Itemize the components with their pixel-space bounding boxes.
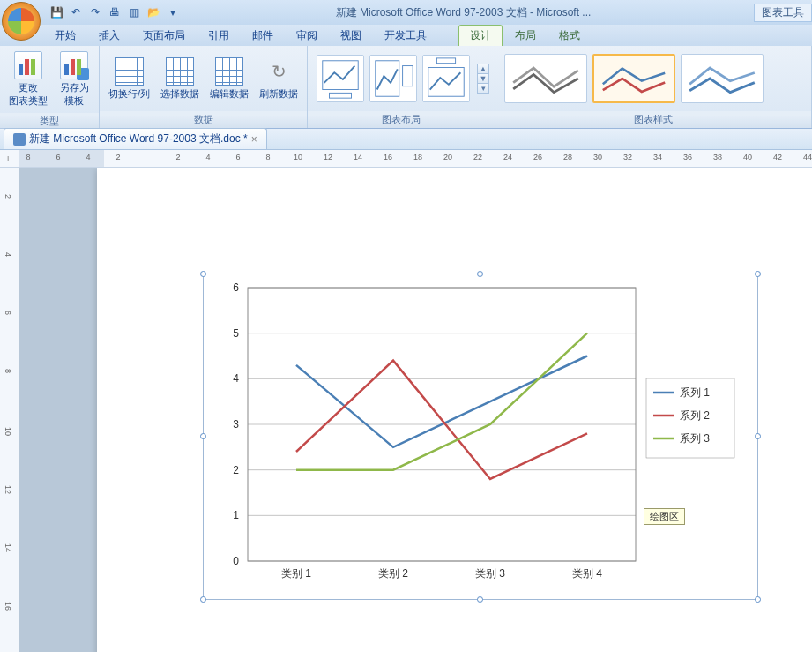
tab-chart-layout[interactable]: 布局 xyxy=(504,26,547,46)
edit-data-label: 编辑数据 xyxy=(210,87,249,101)
redo-icon[interactable]: ↷ xyxy=(88,5,102,19)
edit-data-button[interactable]: 编辑数据 xyxy=(206,56,252,102)
svg-text:3: 3 xyxy=(233,418,239,431)
ribbon: 更改 图表类型 另存为 模板 类型 切换行/列 选择数据 编辑数据 xyxy=(0,46,812,129)
print-icon[interactable]: 🖶 xyxy=(108,5,122,19)
save-as-template-label: 另存为 模板 xyxy=(60,81,89,108)
svg-rect-3 xyxy=(403,66,413,86)
tab-references[interactable]: 引用 xyxy=(197,26,240,46)
tab-home[interactable]: 开始 xyxy=(44,26,86,46)
save-as-template-button[interactable]: 另存为 模板 xyxy=(55,49,93,109)
tab-pagelayout[interactable]: 页面布局 xyxy=(132,26,196,46)
chart-object[interactable]: 0123456类别 1类别 2类别 3类别 4系列 1系列 2系列 3 绘图区 xyxy=(203,274,758,600)
title-bar: 💾 ↶ ↷ 🖶 ▥ 📂 ▾ 新建 Microsoft Office Word 9… xyxy=(0,0,812,25)
svg-rect-1 xyxy=(330,93,352,98)
layout-scroll-down[interactable]: ▼ xyxy=(478,74,488,84)
refresh-icon xyxy=(264,57,293,86)
svg-text:系列 1: 系列 1 xyxy=(680,386,710,399)
open-icon[interactable]: 📂 xyxy=(146,5,160,19)
refresh-data-button[interactable]: 刷新数据 xyxy=(256,56,302,102)
resize-handle-bl[interactable] xyxy=(200,596,206,603)
document-tab[interactable]: 新建 Microsoft Office Word 97-2003 文档.doc … xyxy=(4,128,267,149)
chart-style-3[interactable] xyxy=(681,54,764,103)
chart-style-1[interactable] xyxy=(504,54,587,103)
ribbon-tabs: 开始 插入 页面布局 引用 邮件 审阅 视图 开发工具 设计 布局 格式 xyxy=(0,25,812,46)
chart-layout-1[interactable] xyxy=(317,55,364,102)
new-icon[interactable]: ▥ xyxy=(127,5,141,19)
ruler-corner[interactable]: L xyxy=(0,150,19,167)
chart-type-icon xyxy=(14,51,42,79)
select-data-button[interactable]: 选择数据 xyxy=(157,56,203,102)
svg-text:2: 2 xyxy=(233,464,239,476)
office-button[interactable] xyxy=(2,2,41,41)
horizontal-ruler-row: L 86422468101214161820222426283032343638… xyxy=(0,150,812,168)
horizontal-ruler[interactable]: 8642246810121416182022242628303234363840… xyxy=(19,150,812,167)
resize-handle-tr[interactable] xyxy=(755,271,761,277)
ribbon-group-data: 切换行/列 选择数据 编辑数据 刷新数据 数据 xyxy=(100,46,308,128)
svg-text:5: 5 xyxy=(233,327,239,340)
vertical-ruler[interactable]: 246810121416 xyxy=(0,168,19,652)
svg-rect-0 xyxy=(323,61,358,90)
chart-layout-scroll: ▲ ▼ ▾ xyxy=(477,64,489,94)
ribbon-group-chart-layout: ▲ ▼ ▾ 图表布局 xyxy=(308,46,495,128)
switch-row-col-button[interactable]: 切换行/列 xyxy=(105,56,153,102)
contextual-tab-title: 图表工具 xyxy=(754,4,812,22)
resize-handle-ml[interactable] xyxy=(200,433,206,439)
resize-handle-tl[interactable] xyxy=(200,271,206,277)
svg-text:4: 4 xyxy=(233,372,239,385)
tab-insert[interactable]: 插入 xyxy=(88,26,130,46)
tab-mailings[interactable]: 邮件 xyxy=(242,26,284,46)
plot-area-tooltip: 绘图区 xyxy=(644,508,685,525)
undo-icon[interactable]: ↶ xyxy=(69,5,83,19)
word-doc-icon xyxy=(13,133,26,146)
svg-text:系列 3: 系列 3 xyxy=(680,432,710,445)
workspace: 246810121416 0123456类别 1类别 2类别 3类别 4系列 1… xyxy=(0,168,812,652)
page-area[interactable]: 0123456类别 1类别 2类别 3类别 4系列 1系列 2系列 3 绘图区 xyxy=(19,168,812,652)
ribbon-group-type: 更改 图表类型 另存为 模板 类型 xyxy=(0,46,100,128)
ribbon-group-chart-style-label: 图表样式 xyxy=(495,111,811,128)
svg-text:0: 0 xyxy=(233,555,239,567)
ribbon-group-chart-style: 图表样式 xyxy=(495,46,812,128)
chart-layout-2[interactable] xyxy=(369,55,417,102)
ribbon-group-chart-layout-label: 图表布局 xyxy=(308,111,495,128)
chart-svg: 0123456类别 1类别 2类别 3类别 4系列 1系列 2系列 3 xyxy=(204,274,759,601)
layout-scroll-up[interactable]: ▲ xyxy=(478,64,488,74)
select-data-label: 选择数据 xyxy=(160,87,199,101)
svg-text:类别 2: 类别 2 xyxy=(378,567,408,580)
close-icon[interactable]: × xyxy=(251,133,257,146)
edit-data-icon xyxy=(215,57,243,86)
svg-text:类别 4: 类别 4 xyxy=(572,567,602,580)
tab-chart-format[interactable]: 格式 xyxy=(548,26,591,46)
select-data-icon xyxy=(166,57,194,86)
chart-style-gallery xyxy=(501,50,767,107)
document-tab-label: 新建 Microsoft Office Word 97-2003 文档.doc … xyxy=(29,131,248,146)
change-chart-type-button[interactable]: 更改 图表类型 xyxy=(5,49,51,109)
svg-text:6: 6 xyxy=(233,281,239,294)
resize-handle-br[interactable] xyxy=(755,596,761,603)
document-page[interactable]: 0123456类别 1类别 2类别 3类别 4系列 1系列 2系列 3 绘图区 xyxy=(97,168,812,652)
chart-layout-gallery xyxy=(313,51,473,106)
tab-developer[interactable]: 开发工具 xyxy=(374,26,437,46)
tab-chart-design[interactable]: 设计 xyxy=(458,25,503,46)
change-chart-type-label: 更改 图表类型 xyxy=(9,81,48,108)
svg-rect-5 xyxy=(436,58,455,64)
resize-handle-mr[interactable] xyxy=(755,433,761,439)
chart-style-2[interactable] xyxy=(592,54,675,103)
chart-layout-3[interactable] xyxy=(422,55,470,102)
svg-text:系列 2: 系列 2 xyxy=(680,409,710,422)
resize-handle-tm[interactable] xyxy=(477,271,483,277)
tab-review[interactable]: 审阅 xyxy=(286,26,328,46)
switch-row-col-label: 切换行/列 xyxy=(108,87,150,101)
save-icon[interactable]: 💾 xyxy=(49,5,63,19)
document-tab-bar: 新建 Microsoft Office Word 97-2003 文档.doc … xyxy=(0,129,812,150)
save-template-icon xyxy=(60,51,88,79)
ribbon-group-data-label: 数据 xyxy=(100,111,307,128)
tab-view[interactable]: 视图 xyxy=(330,26,372,46)
svg-text:类别 1: 类别 1 xyxy=(281,567,311,580)
resize-handle-bm[interactable] xyxy=(477,596,483,603)
layout-scroll-more[interactable]: ▾ xyxy=(478,84,488,94)
svg-text:1: 1 xyxy=(233,509,239,521)
svg-text:类别 3: 类别 3 xyxy=(475,567,505,580)
refresh-data-label: 刷新数据 xyxy=(259,87,298,101)
more-icon[interactable]: ▾ xyxy=(166,5,180,19)
